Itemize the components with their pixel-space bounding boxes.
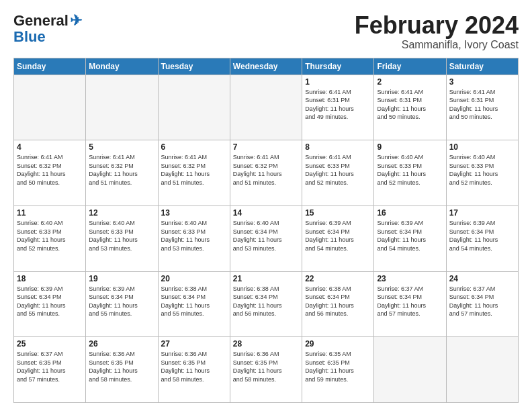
day-info: Sunrise: 6:41 AM Sunset: 6:32 PM Dayligh… [17,153,83,187]
day-number: 23 [377,274,443,283]
day-number: 13 [161,208,227,218]
calendar-cell: 24Sunrise: 6:37 AM Sunset: 6:34 PM Dayli… [446,271,518,337]
day-info: Sunrise: 6:39 AM Sunset: 6:34 PM Dayligh… [89,285,154,318]
day-number: 20 [161,274,227,283]
weekday-header-sunday: Sunday [14,58,86,75]
calendar-cell: 25Sunrise: 6:37 AM Sunset: 6:35 PM Dayli… [14,337,86,403]
calendar-cell: 27Sunrise: 6:36 AM Sunset: 6:35 PM Dayli… [158,337,230,403]
day-number: 28 [233,339,299,349]
day-number: 2 [377,77,443,87]
calendar-cell: 16Sunrise: 6:39 AM Sunset: 6:34 PM Dayli… [374,205,446,271]
day-info: Sunrise: 6:39 AM Sunset: 6:34 PM Dayligh… [17,285,83,318]
logo-general: General [13,12,69,30]
calendar-cell: 21Sunrise: 6:38 AM Sunset: 6:34 PM Dayli… [230,271,302,337]
day-info: Sunrise: 6:41 AM Sunset: 6:32 PM Dayligh… [233,153,299,187]
location-title: Sammanifla, Ivory Coast [355,39,519,51]
title-block: February 2024 Sammanifla, Ivory Coast [355,12,519,51]
day-number: 24 [449,274,515,283]
calendar-cell: 14Sunrise: 6:40 AM Sunset: 6:34 PM Dayli… [230,205,302,271]
calendar-cell: 11Sunrise: 6:40 AM Sunset: 6:33 PM Dayli… [14,205,86,271]
day-info: Sunrise: 6:41 AM Sunset: 6:31 PM Dayligh… [449,88,515,122]
calendar-table: SundayMondayTuesdayWednesdayThursdayFrid… [13,58,519,403]
calendar-cell: 23Sunrise: 6:37 AM Sunset: 6:34 PM Dayli… [374,271,446,337]
weekday-header-row: SundayMondayTuesdayWednesdayThursdayFrid… [14,58,519,75]
calendar-cell: 10Sunrise: 6:40 AM Sunset: 6:33 PM Dayli… [446,140,518,206]
day-info: Sunrise: 6:41 AM Sunset: 6:31 PM Dayligh… [305,88,371,122]
calendar-cell: 26Sunrise: 6:36 AM Sunset: 6:35 PM Dayli… [86,337,158,403]
calendar-cell: 20Sunrise: 6:38 AM Sunset: 6:34 PM Dayli… [158,271,230,337]
day-number: 9 [377,142,443,152]
weekday-header-thursday: Thursday [302,58,374,75]
calendar-cell: 9Sunrise: 6:40 AM Sunset: 6:33 PM Daylig… [374,140,446,206]
day-number: 3 [449,77,515,87]
calendar-cell: 6Sunrise: 6:41 AM Sunset: 6:32 PM Daylig… [158,140,230,206]
calendar-cell: 28Sunrise: 6:36 AM Sunset: 6:35 PM Dayli… [230,337,302,403]
calendar-cell: 15Sunrise: 6:39 AM Sunset: 6:34 PM Dayli… [302,205,374,271]
day-info: Sunrise: 6:41 AM Sunset: 6:32 PM Dayligh… [89,153,154,187]
day-info: Sunrise: 6:37 AM Sunset: 6:34 PM Dayligh… [377,285,443,318]
day-number: 29 [305,339,371,349]
day-info: Sunrise: 6:40 AM Sunset: 6:33 PM Dayligh… [449,153,515,187]
day-number: 21 [233,274,299,283]
calendar-cell: 5Sunrise: 6:41 AM Sunset: 6:32 PM Daylig… [86,140,158,206]
day-number: 22 [305,274,371,283]
day-info: Sunrise: 6:40 AM Sunset: 6:33 PM Dayligh… [161,219,227,253]
header: General ✈ Blue February 2024 Sammanifla,… [13,12,519,51]
week-row-5: 25Sunrise: 6:37 AM Sunset: 6:35 PM Dayli… [14,337,519,403]
day-number: 14 [233,208,299,218]
day-number: 6 [161,142,227,152]
day-number: 4 [17,142,83,152]
calendar-cell [158,75,230,140]
day-number: 26 [89,339,154,349]
day-info: Sunrise: 6:41 AM Sunset: 6:33 PM Dayligh… [305,153,371,187]
day-info: Sunrise: 6:40 AM Sunset: 6:33 PM Dayligh… [377,153,443,187]
day-number: 16 [377,208,443,218]
day-info: Sunrise: 6:36 AM Sunset: 6:35 PM Dayligh… [161,350,227,383]
calendar-cell: 8Sunrise: 6:41 AM Sunset: 6:33 PM Daylig… [302,140,374,206]
calendar-cell: 7Sunrise: 6:41 AM Sunset: 6:32 PM Daylig… [230,140,302,206]
day-info: Sunrise: 6:39 AM Sunset: 6:34 PM Dayligh… [377,219,443,253]
calendar-cell: 1Sunrise: 6:41 AM Sunset: 6:31 PM Daylig… [302,75,374,140]
weekday-header-friday: Friday [374,58,446,75]
day-info: Sunrise: 6:35 AM Sunset: 6:35 PM Dayligh… [305,350,371,383]
day-number: 12 [89,208,154,218]
calendar-cell: 18Sunrise: 6:39 AM Sunset: 6:34 PM Dayli… [14,271,86,337]
day-number: 10 [449,142,515,152]
calendar-cell [374,337,446,403]
calendar-cell: 3Sunrise: 6:41 AM Sunset: 6:31 PM Daylig… [446,75,518,140]
day-number: 27 [161,339,227,349]
calendar-cell: 22Sunrise: 6:38 AM Sunset: 6:34 PM Dayli… [302,271,374,337]
day-number: 11 [17,208,83,218]
day-info: Sunrise: 6:38 AM Sunset: 6:34 PM Dayligh… [233,285,299,318]
weekday-header-saturday: Saturday [446,58,518,75]
day-number: 1 [305,77,371,87]
calendar-cell [446,337,518,403]
calendar-cell: 4Sunrise: 6:41 AM Sunset: 6:32 PM Daylig… [14,140,86,206]
day-info: Sunrise: 6:40 AM Sunset: 6:34 PM Dayligh… [233,219,299,253]
day-number: 8 [305,142,371,152]
week-row-1: 1Sunrise: 6:41 AM Sunset: 6:31 PM Daylig… [14,75,519,140]
calendar-cell: 17Sunrise: 6:39 AM Sunset: 6:34 PM Dayli… [446,205,518,271]
weekday-header-tuesday: Tuesday [158,58,230,75]
day-number: 7 [233,142,299,152]
day-number: 17 [449,208,515,218]
day-info: Sunrise: 6:39 AM Sunset: 6:34 PM Dayligh… [449,219,515,253]
page: General ✈ Blue February 2024 Sammanifla,… [0,0,532,411]
day-info: Sunrise: 6:38 AM Sunset: 6:34 PM Dayligh… [161,285,227,318]
week-row-3: 11Sunrise: 6:40 AM Sunset: 6:33 PM Dayli… [14,205,519,271]
calendar-cell: 19Sunrise: 6:39 AM Sunset: 6:34 PM Dayli… [86,271,158,337]
month-title: February 2024 [355,12,519,39]
week-row-2: 4Sunrise: 6:41 AM Sunset: 6:32 PM Daylig… [14,140,519,206]
day-info: Sunrise: 6:39 AM Sunset: 6:34 PM Dayligh… [305,219,371,253]
calendar-cell: 13Sunrise: 6:40 AM Sunset: 6:33 PM Dayli… [158,205,230,271]
day-info: Sunrise: 6:38 AM Sunset: 6:34 PM Dayligh… [305,285,371,318]
calendar-cell: 12Sunrise: 6:40 AM Sunset: 6:33 PM Dayli… [86,205,158,271]
calendar-cell [14,75,86,140]
day-info: Sunrise: 6:37 AM Sunset: 6:35 PM Dayligh… [17,350,83,383]
calendar-cell [230,75,302,140]
day-info: Sunrise: 6:36 AM Sunset: 6:35 PM Dayligh… [233,350,299,383]
week-row-4: 18Sunrise: 6:39 AM Sunset: 6:34 PM Dayli… [14,271,519,337]
day-info: Sunrise: 6:41 AM Sunset: 6:32 PM Dayligh… [161,153,227,187]
day-number: 19 [89,274,154,283]
day-info: Sunrise: 6:36 AM Sunset: 6:35 PM Dayligh… [89,350,154,383]
